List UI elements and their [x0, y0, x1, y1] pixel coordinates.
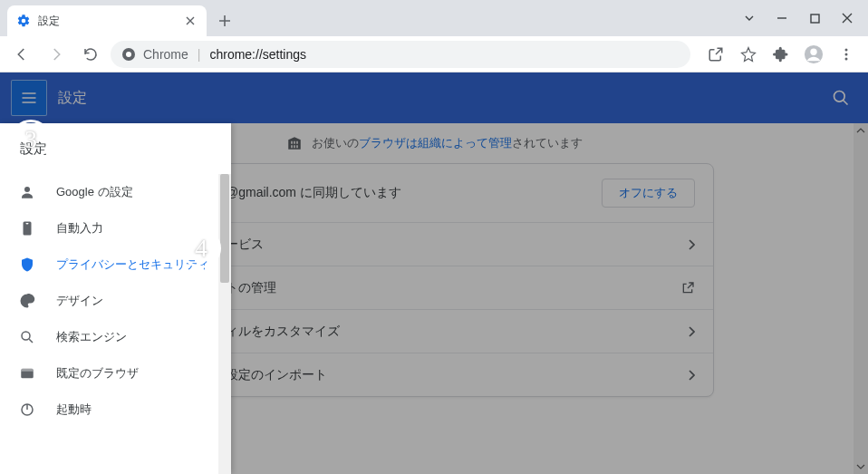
url-separator: | [196, 47, 203, 62]
svg-point-9 [24, 187, 30, 192]
svg-point-7 [845, 57, 848, 60]
power-icon [18, 401, 36, 418]
svg-point-10 [22, 332, 30, 340]
settings-title: 設定 [58, 89, 87, 108]
svg-point-6 [845, 53, 848, 55]
chevron-down-icon[interactable] [743, 12, 756, 24]
menu-icon[interactable] [832, 40, 861, 69]
chrome-icon [121, 47, 136, 62]
forward-button [42, 40, 71, 69]
settings-content: お使いのブラウザは組織によって管理されています @gmail.com に同期して… [0, 123, 868, 474]
svg-point-2 [126, 52, 131, 57]
sidebar-item-label: デザイン [56, 293, 103, 309]
search-icon[interactable] [828, 85, 854, 111]
hamburger-menu-button[interactable] [11, 80, 47, 116]
sidebar-item-startup[interactable]: 起動時 [0, 392, 231, 428]
sidebar-title: 設定 [0, 123, 231, 174]
minimize-icon[interactable] [776, 12, 788, 24]
svg-point-4 [810, 48, 816, 54]
sidebar-item-label: 検索エンジン [56, 329, 127, 345]
sidebar-item-autofill[interactable]: 自動入力 [0, 210, 231, 247]
window-titlebar: 設定 [0, 0, 868, 36]
sidebar-item-search[interactable]: 検索エンジン [0, 319, 231, 355]
maximize-icon[interactable] [808, 12, 821, 24]
person-icon [18, 184, 36, 200]
sidebar-item-label: Google の設定 [56, 184, 133, 200]
tab-title: 設定 [38, 14, 60, 29]
sidebar-item-label: 自動入力 [56, 220, 103, 237]
share-icon[interactable] [701, 40, 730, 69]
sidebar-item-label: 起動時 [56, 401, 92, 418]
new-tab-button[interactable] [212, 8, 237, 34]
back-button[interactable] [7, 40, 36, 69]
svg-point-8 [834, 92, 845, 102]
star-icon[interactable] [734, 40, 763, 69]
browser-icon [18, 365, 36, 382]
gear-icon [16, 14, 31, 28]
reload-button[interactable] [76, 40, 105, 69]
extensions-icon[interactable] [767, 40, 796, 69]
profile-icon[interactable] [799, 40, 828, 69]
url-path: chrome://settings [209, 47, 306, 62]
settings-header: 設定 [0, 73, 868, 123]
sidebar-item-google[interactable]: Google の設定 [0, 174, 231, 210]
sidebar-item-label: プライバシーとセキュリティ [56, 256, 209, 273]
sidebar-item-default-browser[interactable]: 既定のブラウザ [0, 355, 231, 392]
browser-toolbar: Chrome | chrome://settings [0, 36, 868, 73]
svg-rect-0 [811, 15, 819, 23]
svg-point-5 [845, 48, 848, 51]
shield-icon [18, 256, 36, 273]
browser-tab[interactable]: 設定 [7, 5, 207, 36]
address-bar[interactable]: Chrome | chrome://settings [111, 41, 690, 68]
close-window-icon[interactable] [841, 12, 854, 24]
sidebar-item-appearance[interactable]: デザイン [0, 283, 231, 319]
clipboard-icon [18, 220, 36, 237]
palette-icon [18, 293, 36, 309]
url-label: Chrome [143, 47, 188, 62]
sidebar-scrollbar-thumb[interactable] [220, 174, 229, 283]
settings-sidebar: 設定 Google の設定 自動入力 プライバシーとセキュリティ デザイン [0, 123, 231, 474]
sidebar-item-privacy[interactable]: プライバシーとセキュリティ [0, 247, 231, 283]
svg-rect-12 [21, 369, 34, 372]
sidebar-item-label: 既定のブラウザ [56, 365, 139, 382]
close-tab-icon[interactable] [183, 14, 198, 28]
window-controls [728, 0, 868, 36]
search-icon [18, 329, 36, 345]
